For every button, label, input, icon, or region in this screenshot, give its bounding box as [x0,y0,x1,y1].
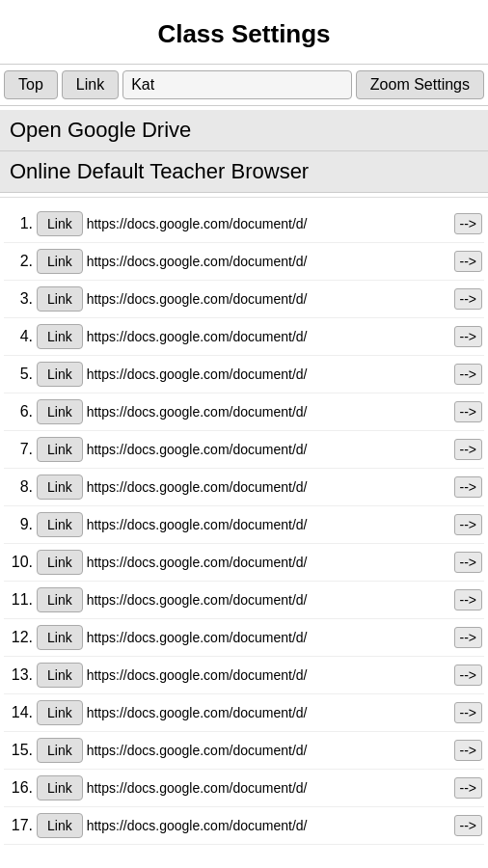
table-row: 14.Linkhttps://docs.google.com/document/… [4,694,484,732]
table-row: 15.Linkhttps://docs.google.com/document/… [4,732,484,770]
link-button[interactable]: Link [37,813,83,838]
link-arrow-button[interactable]: --> [454,476,483,498]
link-number: 13. [6,666,33,684]
link-button[interactable]: Link [37,324,83,349]
link-number: 10. [6,554,33,571]
link-number: 4. [6,328,33,345]
table-row: 6.Linkhttps://docs.google.com/document/d… [4,393,484,431]
table-row: 17.Linkhttps://docs.google.com/document/… [4,807,484,845]
table-row: 2.Linkhttps://docs.google.com/document/d… [4,243,484,281]
link-arrow-button[interactable]: --> [454,401,483,422]
links-list: 1.Linkhttps://docs.google.com/document/d… [0,198,488,853]
link-number: 15. [6,742,33,759]
link-arrow-button[interactable]: --> [454,213,483,234]
toolbar: Top Link Zoom Settings [0,64,488,106]
link-button[interactable]: Link [37,211,83,236]
link-button[interactable]: Link [37,475,83,500]
table-row: 10.Linkhttps://docs.google.com/document/… [4,544,484,582]
link-button[interactable]: Link [37,437,83,462]
link-button[interactable]: Link [37,512,83,537]
link-url: https://docs.google.com/document/d/ [87,705,450,720]
link-url: https://docs.google.com/document/d/ [87,517,450,532]
top-button[interactable]: Top [4,70,58,99]
link-number: 12. [6,629,33,646]
link-url: https://docs.google.com/document/d/ [87,818,450,833]
link-url: https://docs.google.com/document/d/ [87,479,450,495]
link-button[interactable]: Link [37,625,83,650]
link-button[interactable]: Link [37,775,83,800]
link-url: https://docs.google.com/document/d/ [87,366,450,382]
zoom-settings-button[interactable]: Zoom Settings [356,70,484,99]
link-button[interactable]: Link [37,362,83,387]
link-button[interactable]: Link [62,70,119,99]
link-number: 9. [6,516,33,533]
link-button[interactable]: Link [37,249,83,274]
link-arrow-button[interactable]: --> [454,364,483,385]
link-arrow-button[interactable]: --> [454,702,483,723]
online-default-teacher-browser-action[interactable]: Online Default Teacher Browser [0,151,488,193]
link-arrow-button[interactable]: --> [454,288,483,310]
link-number: 7. [6,441,33,458]
link-button[interactable]: Link [37,587,83,612]
link-number: 11. [6,591,33,609]
quick-actions-section: Open Google Drive Online Default Teacher… [0,106,488,198]
table-row: 11.Linkhttps://docs.google.com/document/… [4,582,484,619]
table-row: 4.Linkhttps://docs.google.com/document/d… [4,318,484,356]
table-row: 12.Linkhttps://docs.google.com/document/… [4,619,484,657]
link-arrow-button[interactable]: --> [454,815,483,836]
link-arrow-button[interactable]: --> [454,326,483,347]
link-button[interactable]: Link [37,286,83,312]
link-number: 1. [6,215,33,232]
link-url: https://docs.google.com/document/d/ [87,216,450,231]
link-arrow-button[interactable]: --> [454,439,483,460]
link-number: 2. [6,253,33,270]
link-arrow-button[interactable]: --> [454,552,483,573]
table-row: 1.Linkhttps://docs.google.com/document/d… [4,205,484,243]
link-url: https://docs.google.com/document/d/ [87,592,450,608]
link-number: 8. [6,478,33,496]
link-number: 16. [6,779,33,797]
table-row: 13.Linkhttps://docs.google.com/document/… [4,657,484,694]
link-url: https://docs.google.com/document/d/ [87,291,450,307]
name-input[interactable] [122,70,352,99]
link-url: https://docs.google.com/document/d/ [87,555,450,570]
link-url: https://docs.google.com/document/d/ [87,743,450,758]
link-number: 17. [6,817,33,834]
table-row: 7.Linkhttps://docs.google.com/document/d… [4,431,484,469]
link-number: 5. [6,366,33,383]
link-arrow-button[interactable]: --> [454,627,483,648]
link-url: https://docs.google.com/document/d/ [87,442,450,457]
link-number: 14. [6,704,33,721]
link-arrow-button[interactable]: --> [454,251,483,272]
link-button[interactable]: Link [37,399,83,424]
table-row: 8.Linkhttps://docs.google.com/document/d… [4,469,484,506]
table-row: 9.Linkhttps://docs.google.com/document/d… [4,506,484,544]
link-button[interactable]: Link [37,738,83,763]
link-url: https://docs.google.com/document/d/ [87,329,450,344]
link-url: https://docs.google.com/document/d/ [87,254,450,269]
link-button[interactable]: Link [37,550,83,575]
table-row: 3.Linkhttps://docs.google.com/document/d… [4,281,484,318]
link-url: https://docs.google.com/document/d/ [87,404,450,420]
link-arrow-button[interactable]: --> [454,589,483,610]
link-url: https://docs.google.com/document/d/ [87,667,450,683]
link-number: 6. [6,403,33,420]
link-number: 3. [6,290,33,308]
link-arrow-button[interactable]: --> [454,514,483,535]
link-url: https://docs.google.com/document/d/ [87,780,450,796]
open-google-drive-action[interactable]: Open Google Drive [0,110,488,151]
link-url: https://docs.google.com/document/d/ [87,630,450,645]
page-header: Class Settings [0,0,488,64]
table-row: 5.Linkhttps://docs.google.com/document/d… [4,356,484,393]
link-arrow-button[interactable]: --> [454,740,483,761]
link-arrow-button[interactable]: --> [454,665,483,686]
link-button[interactable]: Link [37,700,83,725]
table-row: 16.Linkhttps://docs.google.com/document/… [4,770,484,807]
link-button[interactable]: Link [37,663,83,688]
page-title: Class Settings [10,19,478,49]
link-arrow-button[interactable]: --> [454,777,483,799]
